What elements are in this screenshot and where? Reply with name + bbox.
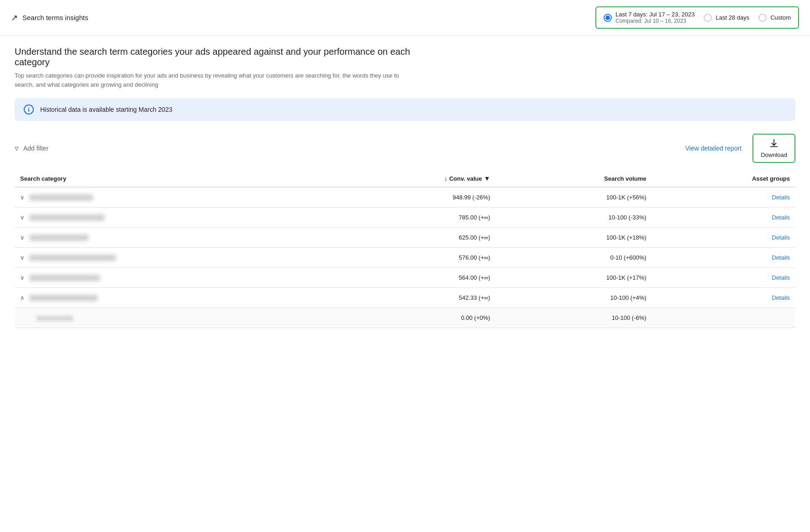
col-header-conv-value[interactable]: ↓ Conv. value ▼: [328, 170, 496, 187]
cell-conv-value: 625.00 (+∞): [328, 228, 496, 248]
radio-custom[interactable]: [758, 14, 767, 22]
page-subheading: Top search categories can provide inspir…: [15, 71, 407, 89]
cell-search-volume: 100-1K (+17%): [496, 268, 652, 288]
cell-search-volume: 0-10 (+600%): [496, 248, 652, 268]
chevron-down-icon[interactable]: ∨: [20, 254, 25, 261]
cell-search-volume: 10-100 (+4%): [496, 288, 652, 308]
chevron-down-icon[interactable]: ∨: [20, 194, 25, 201]
details-link[interactable]: Details: [772, 294, 790, 301]
cell-conv-value: 564.00 (+∞): [328, 268, 496, 288]
cell-asset-groups: Details: [652, 268, 795, 288]
add-filter-label[interactable]: Add filter: [23, 145, 48, 152]
cell-category: ∨: [15, 228, 328, 248]
cell-category: ∨: [15, 268, 328, 288]
cell-asset-groups: Details: [652, 228, 795, 248]
table-row: ∨576.00 (+∞)0-10 (+600%)Details: [15, 248, 795, 268]
cell-search-volume: 10-100 (-33%): [496, 208, 652, 228]
download-button[interactable]: Download: [752, 134, 795, 163]
chevron-down-icon[interactable]: ∨: [20, 214, 25, 221]
expand-button[interactable]: ∨: [20, 214, 105, 221]
date-option-custom[interactable]: Custom: [758, 14, 791, 22]
sort-down-icon: ↓: [444, 175, 447, 182]
toolbar-actions: View detailed report Download: [685, 134, 795, 163]
details-link[interactable]: Details: [772, 214, 790, 221]
expand-button[interactable]: ∨: [20, 194, 93, 201]
date-option-last7[interactable]: Last 7 days: Jul 17 – 23, 2023 Compared:…: [604, 11, 694, 24]
details-link[interactable]: Details: [772, 234, 790, 241]
cell-search-volume: 100-1K (+18%): [496, 228, 652, 248]
header-left: ↗ Search terms insights: [11, 13, 88, 23]
chevron-up-icon[interactable]: ∧: [20, 294, 25, 301]
view-detailed-report-link[interactable]: View detailed report: [685, 145, 742, 152]
cell-search-volume: 100-1K (+56%): [496, 187, 652, 208]
cell-asset-groups: Details: [652, 208, 795, 228]
sub-cell-category: [15, 308, 328, 328]
cell-asset-groups: Details: [652, 248, 795, 268]
date-range-selector[interactable]: Last 7 days: Jul 17 – 23, 2023 Compared:…: [595, 6, 799, 29]
sub-cell-asset-groups: [652, 308, 795, 328]
cell-category: ∨: [15, 248, 328, 268]
cell-category: ∨: [15, 208, 328, 228]
col-header-search-volume: Search volume: [496, 170, 652, 187]
date-label-last7: Last 7 days: Jul 17 – 23, 2023 Compared:…: [615, 11, 694, 24]
cell-conv-value: 785.00 (+∞): [328, 208, 496, 228]
cell-asset-groups: Details: [652, 187, 795, 208]
category-blurred: [29, 255, 116, 261]
table-row: ∨625.00 (+∞)100-1K (+18%)Details: [15, 228, 795, 248]
download-icon: [769, 138, 779, 151]
info-banner-text: Historical data is available starting Ma…: [40, 106, 172, 113]
category-blurred: [29, 295, 98, 301]
table-row: ∨564.00 (+∞)100-1K (+17%)Details: [15, 268, 795, 288]
cell-category: ∧: [15, 288, 328, 308]
radio-last7[interactable]: [604, 14, 612, 22]
col-header-asset-groups: Asset groups: [652, 170, 795, 187]
filter-icon: ▿: [15, 143, 19, 153]
info-icon: i: [24, 104, 34, 115]
trend-up-icon: ↗: [11, 13, 18, 23]
header: ↗ Search terms insights Last 7 days: Jul…: [0, 0, 810, 36]
cell-conv-value: 948.99 (-26%): [328, 187, 496, 208]
toolbar: ▿ Add filter View detailed report Downlo…: [15, 134, 795, 163]
col-header-category: Search category: [15, 170, 328, 187]
table-sub-row: 0.00 (+0%)10-100 (-6%): [15, 308, 795, 328]
sub-cell-conv-value: 0.00 (+0%): [328, 308, 496, 328]
filter-area[interactable]: ▿ Add filter: [15, 143, 48, 153]
data-table: Search category ↓ Conv. value ▼ Search v…: [15, 170, 795, 328]
category-blurred: [29, 214, 105, 221]
details-link[interactable]: Details: [772, 254, 790, 261]
expand-button[interactable]: ∧: [20, 294, 98, 301]
radio-inner-last7: [605, 16, 610, 20]
cell-conv-value: 576.00 (+∞): [328, 248, 496, 268]
page-content: Understand the search term categories yo…: [0, 36, 810, 339]
radio-last28[interactable]: [704, 14, 712, 22]
download-label: Download: [761, 151, 787, 158]
table-row: ∧542.33 (+∞)10-100 (+4%)Details: [15, 288, 795, 308]
expand-button[interactable]: ∨: [20, 234, 89, 241]
category-blurred: [29, 194, 93, 201]
chevron-down-icon[interactable]: ∨: [20, 274, 25, 281]
table-row: ∨948.99 (-26%)100-1K (+56%)Details: [15, 187, 795, 208]
page-title: Search terms insights: [22, 14, 88, 21]
details-link[interactable]: Details: [772, 274, 790, 281]
conv-value-sort-arrow: ▼: [484, 175, 490, 182]
expand-button[interactable]: ∨: [20, 254, 116, 261]
info-banner: i Historical data is available starting …: [15, 98, 795, 121]
page-heading: Understand the search term categories yo…: [15, 47, 426, 68]
table-row: ∨785.00 (+∞)10-100 (-33%)Details: [15, 208, 795, 228]
date-option-last28[interactable]: Last 28 days: [704, 14, 749, 22]
cell-category: ∨: [15, 187, 328, 208]
subcategory-blurred: [37, 316, 73, 321]
expand-button[interactable]: ∨: [20, 274, 100, 281]
table-header-row: Search category ↓ Conv. value ▼ Search v…: [15, 170, 795, 187]
cell-conv-value: 542.33 (+∞): [328, 288, 496, 308]
cell-asset-groups: Details: [652, 288, 795, 308]
sub-cell-search-volume: 10-100 (-6%): [496, 308, 652, 328]
chevron-down-icon[interactable]: ∨: [20, 234, 25, 241]
category-blurred: [29, 275, 100, 281]
conv-value-sort[interactable]: ↓ Conv. value ▼: [444, 175, 490, 182]
details-link[interactable]: Details: [772, 194, 790, 201]
category-blurred: [29, 235, 89, 241]
